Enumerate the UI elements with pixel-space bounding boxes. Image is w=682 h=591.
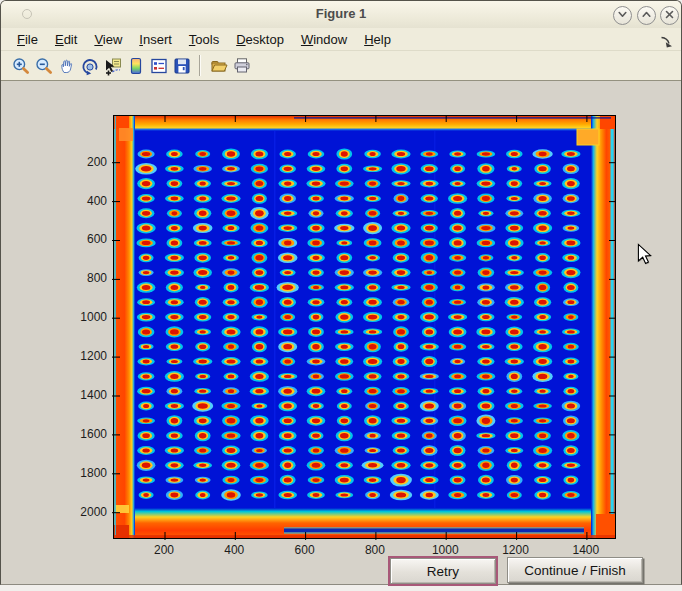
x-tick-label: 400	[204, 544, 264, 556]
y-tick-label: 2000	[62, 506, 107, 518]
dock-arrow-icon[interactable]	[659, 34, 673, 48]
legend-icon[interactable]	[147, 54, 170, 78]
retry-button[interactable]: Retry	[390, 558, 496, 584]
continue-finish-button[interactable]: Continue / Finish	[507, 557, 643, 583]
x-tick-label: 1200	[486, 544, 546, 556]
y-tick-label: 600	[62, 233, 107, 245]
y-tick-label: 1400	[62, 389, 107, 401]
chevron-up-icon	[640, 8, 653, 24]
figure-window: Figure 1 FileEditViewInsertToolsDesktopW…	[0, 0, 682, 585]
plot-axes[interactable]	[113, 115, 616, 539]
data-cursor-icon[interactable]	[101, 54, 124, 78]
window-title: Figure 1	[1, 6, 681, 21]
minimize-button[interactable]	[613, 6, 632, 25]
open-icon[interactable]	[207, 54, 230, 78]
zoom-out-icon[interactable]	[32, 54, 55, 78]
menu-item-insert[interactable]: Insert	[133, 30, 178, 49]
figure-toolbar	[1, 51, 681, 81]
x-tick-label: 1000	[415, 544, 475, 556]
maximize-button[interactable]	[637, 6, 656, 25]
x-tick-label: 600	[275, 544, 335, 556]
title-bar[interactable]: Figure 1	[1, 1, 681, 29]
retry-button-focus-ring: Retry	[388, 556, 498, 586]
save-icon[interactable]	[170, 54, 193, 78]
x-tick-label: 1400	[556, 544, 616, 556]
y-tick-label: 1600	[62, 428, 107, 440]
y-tick-label: 200	[62, 156, 107, 168]
x-tick-label: 200	[134, 544, 194, 556]
print-icon[interactable]	[230, 54, 253, 78]
close-button[interactable]	[660, 6, 679, 25]
menu-bar: FileEditViewInsertToolsDesktopWindowHelp	[1, 28, 681, 51]
chevron-down-icon	[616, 8, 629, 24]
menu-item-file[interactable]: File	[11, 30, 44, 49]
y-tick-label: 1000	[62, 311, 107, 323]
colorbar-icon[interactable]	[124, 54, 147, 78]
y-tick-label: 1800	[62, 467, 107, 479]
rotate-3d-icon[interactable]	[78, 54, 101, 78]
y-tick-label: 1200	[62, 350, 107, 362]
y-tick-label: 400	[62, 195, 107, 207]
menu-item-desktop[interactable]: Desktop	[230, 30, 290, 49]
x-tick-label: 800	[345, 544, 405, 556]
toolbar-separator	[199, 55, 201, 76]
pan-icon[interactable]	[55, 54, 78, 78]
menu-item-window[interactable]: Window	[295, 30, 353, 49]
y-tick-label: 800	[62, 272, 107, 284]
menu-item-help[interactable]: Help	[358, 30, 397, 49]
menu-item-tools[interactable]: Tools	[183, 30, 225, 49]
menu-item-view[interactable]: View	[88, 30, 128, 49]
zoom-in-icon[interactable]	[9, 54, 32, 78]
close-icon	[663, 8, 676, 24]
menu-item-edit[interactable]: Edit	[49, 30, 83, 49]
